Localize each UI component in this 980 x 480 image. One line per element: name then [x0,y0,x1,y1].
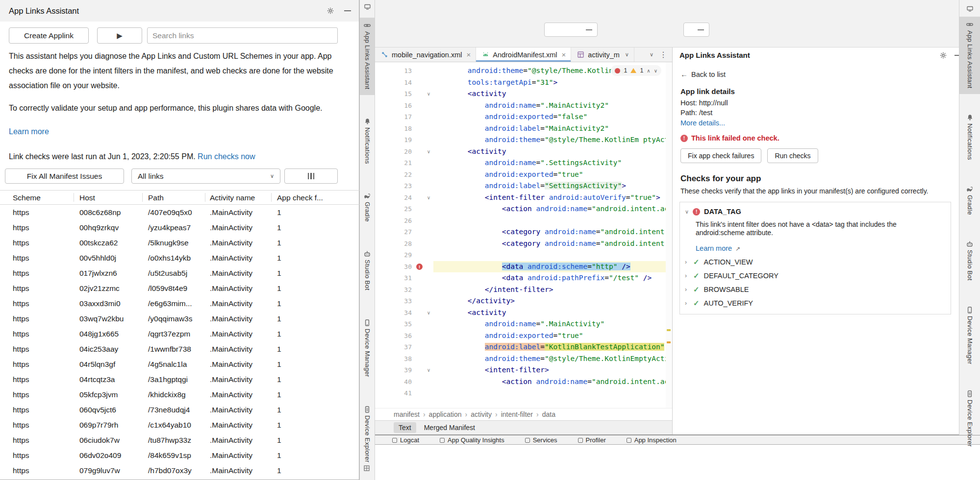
editor-error-stripe[interactable] [666,62,672,408]
run-checks-button[interactable]: Run checks [767,148,818,163]
grid-tool-icon[interactable] [364,465,370,471]
passed-check-row-browsable[interactable]: ›✓BROWSABLE [685,285,944,293]
code-line[interactable]: <category android:name="android.intent.c… [433,226,666,238]
close-icon[interactable]: × [466,50,471,59]
tool-stripe-app-links-assistant[interactable]: App Links Assistant [959,17,980,94]
table-row[interactable]: https05kfcp3jvm/khidckix8g.MainActivity1 [0,387,359,402]
code-line[interactable]: <activity [433,307,666,319]
tool-stripe-device-manager[interactable]: Device Manager [360,315,375,383]
passed-check-row-auto-verify[interactable]: ›✓AUTO_VERIFY [685,299,944,307]
column-header-host[interactable]: Host [79,191,95,205]
tool-stripe-studio-bot[interactable]: Studio Bot [360,246,375,296]
links-filter-dropdown[interactable]: All links ∨ [131,168,280,184]
code-line[interactable]: android:exported="true" [433,169,666,181]
tool-stripe-app-links-assistant[interactable]: App Links Assistant [360,18,375,95]
code-line[interactable]: android:exported="true" [433,330,666,342]
code-line[interactable]: <action android:name="android.intent.act… [433,376,666,388]
code-line[interactable]: android:name=".SettingsActivity" [433,157,666,169]
fold-icon[interactable]: ∨ [427,307,430,319]
table-row[interactable]: https017jwlxzn6/u5t2usab5j.MainActivity1 [0,265,359,281]
tool-stripe-device-explorer[interactable]: Device Explorer [360,402,375,468]
code-line[interactable]: </activity> [433,295,666,307]
table-row[interactable]: https04ic253aay/1wwnfbr738.MainActivity1 [0,341,359,357]
table-row[interactable]: https048jg1x665/qgrt37ezpm.MainActivity1 [0,326,359,341]
code-line[interactable]: <activity [433,146,666,158]
panel-header[interactable]: App Links Assistant [673,48,959,63]
back-to-list-link[interactable]: ← Back to list [673,70,959,78]
close-icon[interactable]: × [562,50,566,59]
column-header-activity[interactable]: Activity name [210,191,255,205]
tool-stripe-gradle[interactable]: Gradle [959,182,980,221]
editor-tab-androidmanifest-xml[interactable]: AndroidManifest.xml× [476,48,571,62]
code-line[interactable] [433,215,666,227]
column-header-check[interactable]: App check f... [277,191,323,205]
warning-stripe-mark[interactable] [667,329,671,331]
failed-check-row[interactable]: ∨ ! DATA_TAG [685,208,944,216]
learn-more-link[interactable]: Learn more ↗ [696,244,944,252]
table-row[interactable]: https04rtcqtz3a/3a1hgptqgi.MainActivity1 [0,372,359,387]
tool-stripe-notifications[interactable]: Notifications [360,114,375,170]
table-row[interactable]: https03wq7w2kbu/y0qqimaw3s.MainActivity1 [0,311,359,326]
fold-icon[interactable]: ∨ [427,88,430,100]
editor-code-area[interactable]: android:theme="@style/Theme.KotlinEmp to… [433,65,666,399]
code-line[interactable]: <data android:scheme="http" /> [433,261,666,273]
bottom-tool-logcat[interactable]: Logcat [392,435,419,445]
code-line[interactable] [433,387,666,399]
code-line[interactable]: </intent-filter> [433,284,666,296]
column-header-path[interactable]: Path [148,191,164,205]
code-line[interactable]: <category android:name="android.intent.c… [433,238,666,250]
code-line[interactable]: <intent-filter android:autoVerify="true"… [433,192,666,204]
table-row[interactable]: https00tskcza62/5lknugk9se.MainActivity1 [0,235,359,250]
bottom-tool-profiler[interactable]: Profiler [578,435,606,445]
passed-check-row-default-category[interactable]: ›✓DEFAULT_CATEGORY [685,271,944,280]
code-line[interactable]: android:theme="@style/Theme.KotlinEmptyA… [433,353,666,365]
prev-issue-icon[interactable]: ∧ [647,68,650,73]
fold-icon[interactable]: ∨ [427,146,430,158]
code-line[interactable]: <activity [433,88,666,100]
chevron-down-icon[interactable]: ∨ [625,51,629,58]
code-line[interactable] [433,249,666,261]
table-row[interactable]: https06ciudok7w/tu87hwp33z.MainActivity1 [0,432,359,448]
breadcrumb-item-intent-filter[interactable]: intent-filter [501,410,533,418]
create-applink-button[interactable]: Create Applink [9,27,89,44]
code-line[interactable]: <action android:name="android.intent.act… [433,203,666,215]
inspection-widget[interactable]: 1 1 ∧ ∨ [611,65,661,76]
screen-icon[interactable] [364,4,371,10]
more-details-link[interactable]: More details... [673,119,959,127]
learn-more-link[interactable]: Learn more [9,126,49,137]
screen-icon[interactable] [967,6,973,12]
table-row[interactable]: https008c6z68np/407e09q5x0.MainActivity1 [0,205,359,220]
breadcrumb-item-application[interactable]: application [429,410,462,418]
code-line[interactable]: android:name=".MainActivity2" [433,100,666,112]
editor-tab-activity-m[interactable]: activity_m∨ [571,48,634,62]
gear-icon[interactable] [327,7,334,15]
next-issue-icon[interactable]: ∨ [654,68,657,73]
table-row[interactable]: https00hq9zrkqv/yzu4kpeas7.MainActivity1 [0,220,359,235]
tool-stripe-notifications[interactable]: Notifications [959,110,980,166]
run-checks-now-link[interactable]: Run checks now [198,152,255,161]
search-input[interactable] [147,27,338,44]
table-row[interactable]: https069p7r79rh/c1x64yab10.MainActivity1 [0,417,359,432]
code-line[interactable]: android:label="MainActivity2" [433,123,666,135]
bottom-tool-app-inspection[interactable]: App Inspection [627,435,677,445]
table-row[interactable]: https079g9luv7w/h7bd07ox3y.MainActivity1 [0,463,359,478]
window-title-bar[interactable]: App Links Assistant [0,0,359,22]
tool-stripe-device-manager[interactable]: Device Manager [959,302,980,370]
column-settings-button[interactable] [284,168,338,184]
fold-icon[interactable]: ∨ [427,364,430,376]
editor-tab-mobile-navigation-xml[interactable]: mobile_navigation.xml× [375,48,476,62]
table-row[interactable]: https00v5hhld0j/o0xhs14ykb.MainActivity1 [0,250,359,265]
view-tab-merged-manifest[interactable]: Merged Manifest [419,422,480,433]
breadcrumb-item-manifest[interactable]: manifest [394,410,420,418]
code-line[interactable]: <data android:pathPrefix="/test" /> [433,272,666,284]
breadcrumb-item-activity[interactable]: activity [471,410,492,418]
table-row[interactable]: https060qv5jct6/73ne8udqj4.MainActivity1 [0,402,359,417]
code-line[interactable]: android:label="SettingsActivity"> [433,180,666,192]
tool-stripe-device-explorer[interactable]: Device Explorer [959,386,980,453]
breadcrumb-item-data[interactable]: data [542,410,555,418]
code-line[interactable]: android:name=".MainActivity" [433,318,666,330]
code-line[interactable]: android:label="KotlinBlankTestApplicatio… [433,341,666,353]
hidden-tabs-chevron-icon[interactable]: ∨ [650,51,653,58]
tool-stripe-studio-bot[interactable]: Studio Bot [959,237,980,287]
column-header-scheme[interactable]: Scheme [13,191,41,205]
